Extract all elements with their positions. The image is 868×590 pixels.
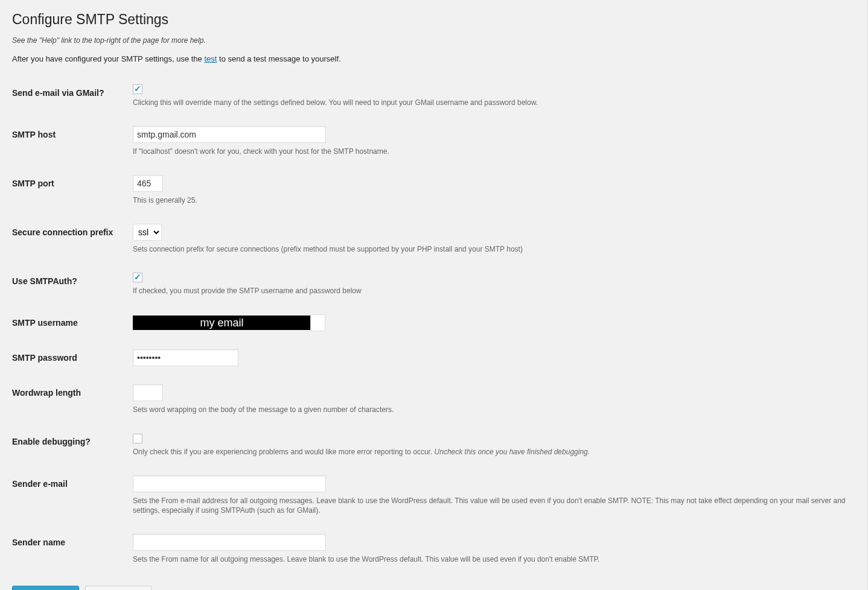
- desc-gmail: Clicking this will override many of the …: [133, 98, 849, 108]
- wordwrap-input[interactable]: [133, 384, 163, 401]
- page-title: Configure SMTP Settings: [12, 11, 855, 29]
- desc-sender-email: Sets the From e-mail address for all out…: [133, 496, 849, 516]
- sender-name-input[interactable]: [133, 534, 326, 551]
- desc-host: If "localhost" doesn't work for you, che…: [133, 147, 849, 157]
- reset-button[interactable]: Reset Settings: [85, 586, 152, 590]
- settings-form-table: Send e-mail via GMail? Clicking this wil…: [12, 75, 855, 574]
- smtp-password-input[interactable]: [133, 349, 238, 366]
- row-username: SMTP username my email: [12, 305, 855, 340]
- settings-page: Configure SMTP Settings See the "Help" l…: [0, 0, 868, 590]
- secure-prefix-select[interactable]: ssl: [133, 224, 162, 241]
- debug-checkbox[interactable]: [133, 434, 142, 443]
- username-redacted: my email: [133, 316, 311, 330]
- row-sender-name: Sender name Sets the From name for all o…: [12, 525, 855, 574]
- label-smtpauth: Use SMTPAuth?: [12, 264, 133, 305]
- row-password: SMTP password: [12, 340, 855, 375]
- gmail-checkbox[interactable]: [133, 84, 142, 94]
- row-port: SMTP port This is generally 25.: [12, 166, 855, 215]
- row-smtpauth: Use SMTPAuth? If checked, you must provi…: [12, 264, 855, 305]
- username-input-fragment[interactable]: [310, 314, 325, 331]
- intro-after: to send a test message to yourself.: [217, 54, 340, 63]
- label-port: SMTP port: [12, 166, 133, 215]
- row-host: SMTP host If "localhost" doesn't work fo…: [12, 117, 855, 166]
- label-username: SMTP username: [12, 305, 133, 340]
- label-debug: Enable debugging?: [12, 424, 133, 466]
- sender-email-input[interactable]: [133, 475, 326, 492]
- desc-port: This is generally 25.: [133, 195, 849, 206]
- label-password: SMTP password: [12, 340, 133, 375]
- intro-text: After you have configured your SMTP sett…: [12, 54, 855, 63]
- desc-smtpauth: If checked, you must provide the SMTP us…: [133, 286, 849, 296]
- label-wordwrap: Wordwrap length: [12, 375, 133, 424]
- desc-sender-name: Sets the From name for all outgoing mess…: [133, 554, 849, 565]
- save-button[interactable]: Save Changes: [12, 586, 79, 590]
- row-debug: Enable debugging? Only check this if you…: [12, 424, 855, 466]
- label-host: SMTP host: [12, 117, 133, 166]
- desc-debug: Only check this if you are experiencing …: [133, 447, 849, 457]
- desc-wordwrap: Sets word wrapping on the body of the me…: [133, 405, 849, 415]
- desc-secure: Sets connection prefix for secure connec…: [133, 244, 849, 255]
- intro-before: After you have configured your SMTP sett…: [12, 54, 204, 63]
- desc-debug-main: Only check this if you are experiencing …: [133, 448, 435, 456]
- desc-debug-em: Uncheck this once you have finished debu…: [435, 448, 590, 456]
- smtp-host-input[interactable]: [133, 126, 326, 143]
- label-sender-name: Sender name: [12, 525, 133, 574]
- help-note: See the "Help" link to the top-right of …: [12, 36, 855, 45]
- row-secure: Secure connection prefix ssl Sets connec…: [12, 215, 855, 264]
- label-gmail: Send e-mail via GMail?: [12, 75, 133, 117]
- test-link[interactable]: test: [204, 54, 217, 63]
- submit-row: Save Changes Reset Settings: [12, 586, 855, 590]
- row-gmail: Send e-mail via GMail? Clicking this wil…: [12, 75, 855, 117]
- smtp-port-input[interactable]: [133, 175, 163, 192]
- row-sender-email: Sender e-mail Sets the From e-mail addre…: [12, 466, 855, 525]
- row-wordwrap: Wordwrap length Sets word wrapping on th…: [12, 375, 855, 424]
- smtpauth-checkbox[interactable]: [133, 273, 142, 282]
- label-sender-email: Sender e-mail: [12, 466, 133, 525]
- label-secure: Secure connection prefix: [12, 215, 133, 264]
